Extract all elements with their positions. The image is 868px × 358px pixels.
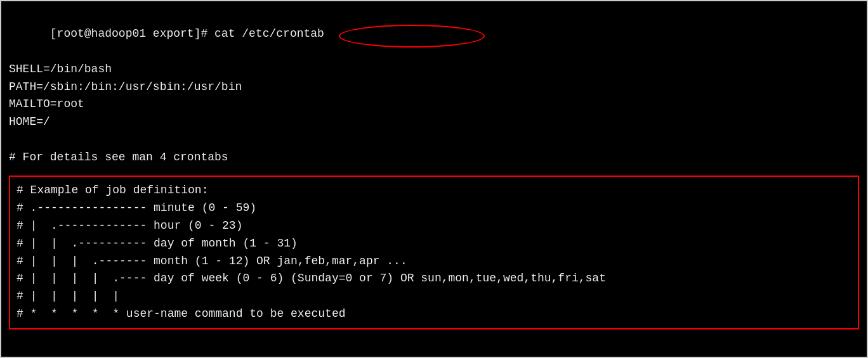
comment-details-line: # For details see man 4 crontabs — [9, 149, 859, 167]
job-def-line-2: # .---------------- minute (0 - 59) — [16, 200, 852, 217]
command-text: cat /etc/crontab — [214, 27, 324, 40]
blank-line-1 — [9, 131, 859, 149]
terminal-window: [root@hadoop01 export]# cat /etc/crontab… — [0, 0, 868, 358]
job-def-line-4: # | | .---------- day of month (1 - 31) — [16, 235, 852, 253]
job-def-line-8: # * * * * * user-name command to be exec… — [16, 305, 852, 323]
shell-line: SHELL=/bin/bash — [9, 61, 859, 79]
job-def-line-3: # | .------------- hour (0 - 23) — [16, 217, 852, 235]
top-section: [root@hadoop01 export]# cat /etc/crontab… — [9, 8, 859, 170]
job-def-line-5: # | | | .------- month (1 - 12) OR jan,f… — [16, 253, 852, 271]
job-def-line-6: # | | | | .---- day of week (0 - 6) (Sun… — [16, 270, 852, 288]
home-line: HOME=/ — [9, 113, 859, 131]
mailto-line: MAILTO=root — [9, 96, 859, 113]
prompt-text: [root@hadoop01 export]# — [50, 27, 214, 40]
prompt-line-1: [root@hadoop01 export]# cat /etc/crontab — [9, 8, 859, 61]
job-def-line-1: # Example of job definition: — [16, 182, 852, 200]
path-line: PATH=/sbin:/bin:/usr/sbin:/usr/bin — [9, 79, 859, 96]
job-definition-box: # Example of job definition: # .--------… — [9, 176, 859, 329]
job-def-line-7: # | | | | | — [16, 288, 852, 305]
circle-annotation — [339, 25, 485, 48]
